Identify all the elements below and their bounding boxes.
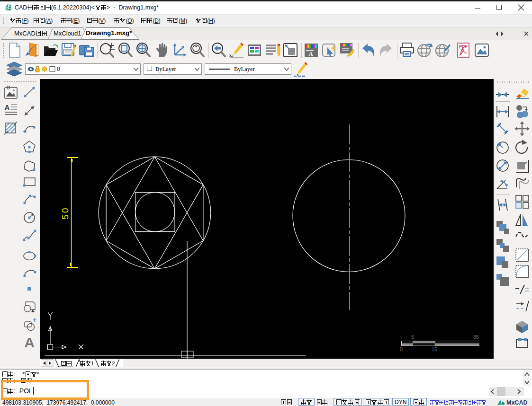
svg-text:35: 35	[473, 334, 479, 340]
svg-text:A: A	[5, 103, 10, 111]
svg-text:A: A	[24, 335, 35, 350]
svg-text:PDF: PDF	[459, 44, 468, 49]
svg-text:A: A	[308, 50, 313, 57]
svg-text:5: 5	[411, 334, 414, 340]
svg-text:15: 15	[432, 346, 437, 352]
svg-text:50: 50	[60, 206, 70, 220]
svg-text:0: 0	[400, 346, 403, 352]
svg-text:MxCAD: MxCAD	[506, 399, 527, 406]
